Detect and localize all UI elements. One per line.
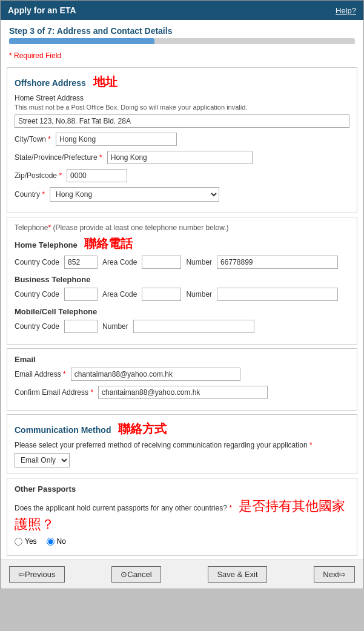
biz-number-label: Number [186,290,212,299]
page-header: Apply for an ETA Help? [1,1,363,20]
state-row: State/Province/Prefecture * [15,151,349,164]
telephone-main-label: Telephone* (Please provide at least one … [15,223,349,232]
email-section-title: Email [15,355,349,364]
business-telephone-row: Country Code Area Code Number [15,288,349,301]
email-address-input[interactable] [71,368,240,381]
confirm-email-row: Confirm Email Address * [15,386,349,399]
communication-method-select[interactable]: Email Only Mail Both [15,453,70,467]
country-select[interactable]: Hong Kong Australia Canada United States [50,187,219,202]
street-input[interactable] [15,114,349,128]
home-street-label: Home Street Address [15,94,349,102]
page-title: Apply for an ETA [8,5,76,15]
street-warning: This must not be a Post Office Box. Doin… [15,104,349,111]
offshore-address-title: Offshore Address 地址 [15,74,349,90]
footer-buttons: ⇦Previous ⊙Cancel Save & Exit Next⇨ [1,560,363,589]
telephone-section: Telephone* (Please provide at least one … [7,217,357,345]
home-telephone-row: Country Code Area Code Number [15,256,349,269]
cancel-button[interactable]: ⊙Cancel [111,566,160,583]
business-telephone-title: Business Telephone [15,275,349,284]
biz-country-code-label: Country Code [15,290,59,299]
other-passports-section: Other Passports Does the applicant hold … [7,478,357,556]
page-wrapper: Apply for an ETA Help? Step 3 of 7: Addr… [0,0,364,589]
home-country-code-label: Country Code [15,258,59,266]
communication-title-cn: 聯絡方式 [118,422,167,435]
previous-button[interactable]: ⇦Previous [9,566,65,583]
zip-row: Zip/Postcode * [15,169,349,182]
offshore-address-title-cn: 地址 [93,75,117,88]
step-label: Step 3 of 7: Address and Contact Details [1,20,363,38]
city-label: City/Town * [15,135,51,144]
mobile-number-label: Number [102,322,128,331]
email-address-row: Email Address * [15,368,349,381]
email-address-label: Email Address * [15,370,66,378]
progress-bar-container [1,38,363,50]
country-label: Country * [15,190,45,199]
progress-bar-bg [9,38,355,44]
biz-number-input[interactable] [217,288,338,301]
mobile-telephone-title: Mobile/Cell Telephone [15,307,349,316]
confirm-email-label: Confirm Email Address * [15,388,93,397]
mobile-telephone-row: Country Code Number [15,320,349,333]
passport-no-radio[interactable] [47,538,55,546]
home-area-code-input[interactable] [142,256,181,269]
confirm-email-input[interactable] [98,386,268,399]
mobile-number-input[interactable] [133,320,254,333]
mobile-country-code-input[interactable] [64,320,98,333]
home-area-code-label: Area Code [102,258,137,266]
home-country-code-input[interactable] [64,256,98,269]
zip-label: Zip/Postcode * [15,171,62,180]
offshore-address-section: Offshore Address 地址 Home Street Address … [7,67,357,213]
state-input[interactable] [107,151,253,164]
passport-no-label[interactable]: No [47,537,66,546]
country-row: Country * Hong Kong Australia Canada Uni… [15,187,349,202]
home-number-label: Number [186,258,212,266]
biz-area-code-input[interactable] [142,288,181,301]
biz-area-code-label: Area Code [102,290,137,299]
home-number-input[interactable] [217,256,338,269]
state-label: State/Province/Prefecture * [15,153,102,162]
progress-bar-fill [9,38,154,44]
communication-section-title: Communication Method 聯絡方式 [15,421,349,437]
zip-input[interactable] [67,169,127,182]
communication-section: Communication Method 聯絡方式 Please select … [7,414,357,474]
biz-country-code-input[interactable] [64,288,98,301]
city-row: City/Town * [15,133,349,146]
communication-note: Please select your preferred method of r… [15,441,349,449]
passport-question: Does the applicant hold current passport… [15,497,349,534]
help-link[interactable]: Help? [336,6,356,15]
required-note: * Required Field [1,50,363,64]
next-button[interactable]: Next⇨ [314,566,355,583]
city-input[interactable] [56,133,177,146]
passport-radio-row: Yes No [15,537,349,546]
street-row [15,114,349,128]
email-section: Email Email Address * Confirm Email Addr… [7,348,357,411]
passport-yes-label[interactable]: Yes [15,537,37,546]
home-telephone-title: Home Telephone 聯絡電話 [15,236,349,252]
save-exit-button[interactable]: Save & Exit [208,566,266,583]
passport-yes-radio[interactable] [15,538,22,546]
mobile-country-code-label: Country Code [15,322,59,331]
home-telephone-title-cn: 聯絡電話 [84,237,133,250]
other-passports-title: Other Passports [15,484,349,494]
